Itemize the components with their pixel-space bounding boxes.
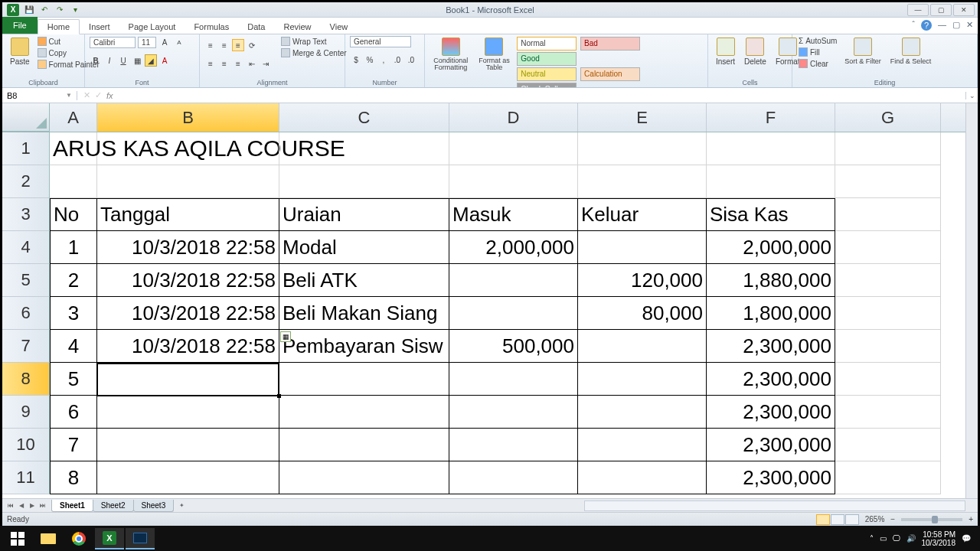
ribbon-minimize-icon[interactable]: ˆ [912, 20, 915, 31]
redo-icon[interactable]: ↷ [54, 5, 65, 15]
currency-icon[interactable]: $ [350, 54, 362, 66]
horizontal-scrollbar[interactable] [584, 500, 965, 511]
wrap-text-button[interactable]: Wrap Text [279, 36, 348, 47]
col-header-e[interactable]: E [578, 103, 707, 132]
cell-e11[interactable] [578, 461, 707, 494]
cell-e3[interactable]: Keluar [578, 198, 707, 231]
cell-g9[interactable] [835, 396, 941, 429]
cell-c4[interactable]: Modal [279, 231, 449, 264]
taskbar-excel[interactable]: X [95, 528, 124, 549]
formula-expand-icon[interactable]: ⌄ [965, 92, 978, 99]
doc-max-icon[interactable]: ▢ [952, 20, 960, 31]
align-right-icon[interactable]: ≡ [232, 57, 244, 70]
style-calculation[interactable]: Calculation [580, 67, 640, 81]
cell-b7[interactable]: 10/3/2018 22:58 [97, 330, 279, 363]
fill-handle[interactable] [277, 394, 281, 398]
maximize-button[interactable]: ▢ [930, 4, 952, 16]
cell-f9[interactable]: 2,300,000 [707, 396, 835, 429]
taskbar-chrome[interactable] [64, 528, 93, 549]
align-top-icon[interactable]: ≡ [204, 39, 217, 51]
cell-a11[interactable]: 8 [50, 461, 97, 494]
cell-a2[interactable] [50, 165, 97, 198]
zoom-slider[interactable] [901, 518, 962, 521]
shrink-font-icon[interactable]: A [173, 36, 185, 48]
cell-a1[interactable]: ARUS KAS AQILA COURSE [50, 132, 97, 165]
cell-c8[interactable] [279, 363, 449, 396]
cell-b2[interactable] [97, 165, 279, 198]
cell-c10[interactable] [279, 429, 449, 461]
font-name-select[interactable]: Calibri [90, 37, 136, 48]
cell-b9[interactable] [97, 396, 279, 429]
insert-cells-button[interactable]: Insert [713, 36, 738, 67]
cell-d9[interactable] [449, 396, 578, 429]
file-tab[interactable]: File [2, 17, 38, 34]
cell-e6[interactable]: 80,000 [578, 297, 707, 330]
cell-e4[interactable] [578, 231, 707, 264]
cell-g11[interactable] [835, 461, 941, 494]
save-icon[interactable]: 💾 [24, 5, 34, 15]
sheet-tab-1[interactable]: Sheet1 [51, 500, 93, 512]
row-header-6[interactable]: 6 [2, 297, 50, 330]
cell-a3[interactable]: No [50, 198, 97, 231]
cell-e8[interactable] [578, 363, 707, 396]
worksheet-grid[interactable]: A B C D E F G 1 ARUS KAS AQILA COURSE 2 [2, 103, 978, 498]
row-header-5[interactable]: 5 [2, 264, 50, 297]
cell-d10[interactable] [449, 429, 578, 461]
style-neutral[interactable]: Neutral [517, 67, 577, 81]
col-header-b[interactable]: B [97, 103, 279, 132]
cell-b10[interactable] [97, 429, 279, 461]
cell-e7[interactable] [578, 330, 707, 363]
row-header-11[interactable]: 11 [2, 461, 50, 494]
tray-volume-icon[interactable]: 🔊 [906, 534, 916, 543]
fx-icon[interactable]: fx [106, 91, 113, 100]
delete-cells-button[interactable]: Delete [741, 36, 769, 67]
formula-input[interactable] [119, 91, 965, 100]
row-header-10[interactable]: 10 [2, 429, 50, 461]
paste-button[interactable]: Paste [7, 36, 33, 67]
comma-icon[interactable]: , [377, 54, 390, 66]
cell-c5[interactable]: Beli ATK [279, 264, 449, 297]
cell-g3[interactable] [835, 198, 941, 231]
sort-filter-button[interactable]: Sort & Filter [841, 36, 884, 67]
cell-f5[interactable]: 1,880,000 [707, 264, 835, 297]
tab-data[interactable]: Data [238, 20, 274, 34]
tray-chevron-icon[interactable]: ˄ [870, 534, 874, 543]
cell-d7[interactable]: 500,000 [449, 330, 578, 363]
font-size-select[interactable]: 11 [138, 37, 156, 48]
sheet-nav-last[interactable]: ⏭ [38, 500, 48, 511]
autosum-button[interactable]: Σ AutoSum [797, 36, 838, 46]
view-page-break-button[interactable] [845, 514, 859, 525]
cell-b6[interactable]: 10/3/2018 22:58 [97, 297, 279, 330]
minimize-button[interactable]: — [907, 4, 929, 16]
conditional-formatting-button[interactable]: Conditional Formatting [430, 36, 472, 73]
sheet-tab-2[interactable]: Sheet2 [93, 500, 134, 512]
close-button[interactable]: ✕ [953, 4, 975, 16]
cell-e9[interactable] [578, 396, 707, 429]
cell-c1[interactable] [279, 132, 449, 165]
row-header-1[interactable]: 1 [2, 132, 50, 165]
cell-g10[interactable] [835, 429, 941, 461]
enter-formula-icon[interactable]: ✓ [95, 90, 102, 100]
tab-review[interactable]: Review [274, 20, 320, 34]
orientation-icon[interactable]: ⟳ [246, 39, 258, 51]
help-icon[interactable]: ? [921, 20, 932, 31]
bold-button[interactable]: B [90, 54, 102, 67]
col-header-d[interactable]: D [449, 103, 578, 132]
cell-f4[interactable]: 2,000,000 [707, 231, 835, 264]
taskbar-app[interactable] [126, 528, 155, 549]
cell-d8[interactable] [449, 363, 578, 396]
cell-b3[interactable]: Tanggal [97, 198, 279, 231]
indent-dec-icon[interactable]: ⇤ [246, 57, 258, 70]
tab-page-layout[interactable]: Page Layout [119, 20, 185, 34]
tray-notifications-icon[interactable]: 💬 [962, 534, 971, 543]
cell-c9[interactable] [279, 396, 449, 429]
cell-g8[interactable] [835, 363, 941, 396]
cell-d11[interactable] [449, 461, 578, 494]
col-header-c[interactable]: C [279, 103, 449, 132]
doc-min-icon[interactable]: — [938, 20, 946, 31]
grow-font-icon[interactable]: A [158, 36, 171, 48]
cell-f11[interactable]: 2,300,000 [707, 461, 835, 494]
sheet-nav-next[interactable]: ▶ [27, 500, 38, 511]
tab-insert[interactable]: Insert [80, 20, 119, 34]
zoom-in-button[interactable]: + [969, 515, 973, 523]
